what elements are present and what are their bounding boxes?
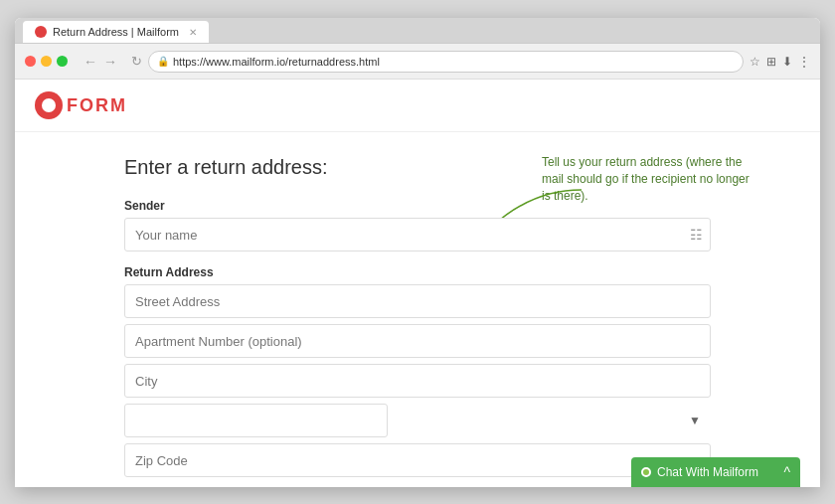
chat-label: Chat With Mailform <box>657 465 777 479</box>
select-arrow-icon: ▼ <box>689 414 701 427</box>
forward-arrow-icon[interactable]: → <box>103 54 117 70</box>
sender-input[interactable] <box>124 218 711 252</box>
minimize-dot[interactable] <box>41 56 52 67</box>
contact-icon: ☷ <box>690 227 703 243</box>
browser-window: Return Address | Mailform ✕ ← → ↻ 🔒 http… <box>15 18 820 487</box>
page-content: FORM Tell us your return address (where … <box>15 80 820 487</box>
tab-title: Return Address | Mailform <box>53 26 179 38</box>
secure-icon: 🔒 <box>157 56 169 67</box>
tab-favicon <box>35 26 47 38</box>
form-area: Tell us your return address (where the m… <box>15 132 820 487</box>
site-header: FORM <box>15 80 820 132</box>
menu-icon-1[interactable]: ⊞ <box>766 55 776 69</box>
logo-inner <box>42 98 56 112</box>
return-address-field-group: Return Address Alabama Alaska Arizona Ca… <box>124 265 711 477</box>
url-text: https://www.mailform.io/returnaddress.ht… <box>173 56 380 68</box>
browser-toolbar: ← → ↻ 🔒 https://www.mailform.io/returnad… <box>15 44 820 80</box>
browser-tab-bar: Return Address | Mailform ✕ <box>15 18 820 44</box>
toolbar-icons: ☆ ⊞ ⬇ ⋮ <box>750 55 810 69</box>
tab-close-icon[interactable]: ✕ <box>189 27 197 38</box>
back-arrow-icon[interactable]: ← <box>84 54 97 70</box>
maximize-dot[interactable] <box>57 56 68 67</box>
return-address-label: Return Address <box>124 265 711 279</box>
apt-input[interactable] <box>124 324 711 358</box>
logo-text: FORM <box>67 95 127 116</box>
menu-icon-2[interactable]: ⬇ <box>782 55 792 69</box>
street-input[interactable] <box>124 284 711 318</box>
refresh-icon[interactable]: ↻ <box>131 54 142 69</box>
chat-status-dot <box>641 467 651 477</box>
state-select-wrapper: Alabama Alaska Arizona California New Yo… <box>124 404 711 437</box>
browser-tab[interactable]: Return Address | Mailform ✕ <box>23 21 209 43</box>
city-input[interactable] <box>124 364 711 398</box>
state-select[interactable]: Alabama Alaska Arizona California New Yo… <box>124 404 388 437</box>
sender-input-wrapper: ☷ <box>124 218 711 252</box>
zip-input[interactable] <box>124 443 711 477</box>
window-controls <box>25 56 68 67</box>
chat-widget[interactable]: Chat With Mailform ^ <box>631 457 800 487</box>
browser-nav: ← → <box>84 54 117 70</box>
close-dot[interactable] <box>25 56 36 67</box>
address-bar[interactable]: 🔒 https://www.mailform.io/returnaddress.… <box>148 51 744 73</box>
logo-circle <box>35 91 63 119</box>
bookmark-icon[interactable]: ☆ <box>750 55 760 69</box>
chat-chevron-icon: ^ <box>783 464 790 480</box>
sender-field-group: Sender ☷ <box>124 199 711 252</box>
logo: FORM <box>35 91 127 119</box>
menu-icon-3[interactable]: ⋮ <box>798 55 810 69</box>
